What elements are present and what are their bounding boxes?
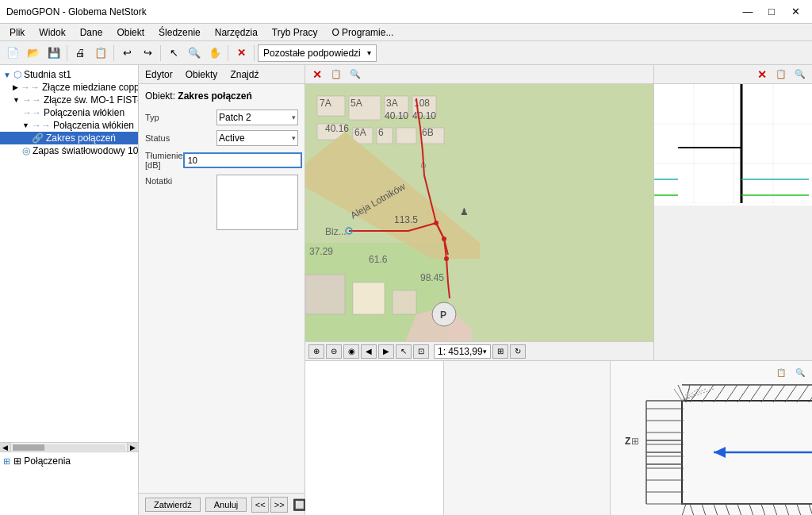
svg-rect-40 xyxy=(654,84,812,203)
toolbar-sep3 xyxy=(160,45,161,61)
rect-sel[interactable]: ⊡ xyxy=(413,344,429,359)
zlacze-mo1-expand: ▼ xyxy=(13,96,20,104)
map-restore-btn[interactable]: 📋 xyxy=(327,67,345,83)
zoom-in-btn[interactable]: ⊕ xyxy=(308,344,324,359)
menu-sledzenie[interactable]: Śledzenie xyxy=(152,25,207,40)
zlacze-copper-icon: →→ xyxy=(21,82,40,93)
toolbar-pan[interactable]: ✋ xyxy=(205,44,224,63)
nav-controls: << >> xyxy=(251,497,288,513)
connections-text[interactable]: ⊞ Połączenia xyxy=(13,455,71,467)
left-panel: ▼ ⬡ Studnia st1 ▶ →→ Złącze miedziane co… xyxy=(0,65,139,515)
cancel-button[interactable]: Anuluj xyxy=(205,498,247,512)
toolbar-sep1 xyxy=(67,45,67,61)
right-close-btn[interactable]: ✕ xyxy=(753,67,771,83)
menu-widok[interactable]: Widok xyxy=(33,25,71,40)
toolbar-redo[interactable]: ↪ xyxy=(138,44,157,63)
tree-label-polaczenia2: Połączenia włókien xyxy=(53,120,134,131)
svg-rect-14 xyxy=(353,282,385,314)
tree-label-polaczenia1: Połączenia włókien xyxy=(44,107,124,118)
zakres-icon: 🔗 xyxy=(32,133,44,144)
tree-polaczenia2[interactable]: ▼ →→ Połączenia włókien xyxy=(0,119,138,132)
zoom-out-btn[interactable]: ⊖ xyxy=(326,344,342,359)
next-button[interactable]: >> xyxy=(270,497,288,513)
pan-right[interactable]: ▶ xyxy=(378,344,394,359)
lower-zoom2[interactable]: 🔍 xyxy=(791,364,809,380)
svg-text:6A: 6A xyxy=(354,127,366,138)
toolbar-open[interactable]: 📂 xyxy=(24,44,43,63)
map-close-btn[interactable]: ✕ xyxy=(308,67,326,83)
map-zoom-btn[interactable]: 🔍 xyxy=(347,67,364,83)
menu-narzedzia[interactable]: Narzędzia xyxy=(209,25,264,40)
scale-display[interactable]: 1: 4513,99 ▾ xyxy=(434,344,491,359)
toolbar-zoom-in[interactable]: 🔍 xyxy=(185,44,204,63)
menu-dane[interactable]: Dane xyxy=(74,25,109,40)
map-area: ✕ 📋 🔍 xyxy=(305,65,653,360)
main-layout: ▼ ⬡ Studnia st1 ▶ →→ Złącze miedziane co… xyxy=(0,65,812,515)
menu-plik[interactable]: Plik xyxy=(3,25,31,40)
map-right-inner: ✕ 📋 🔍 xyxy=(305,65,812,360)
svg-text:♟: ♟ xyxy=(460,206,469,217)
svg-text:40.10: 40.10 xyxy=(385,110,408,121)
svg-text:37.29: 37.29 xyxy=(309,246,333,257)
tree-studnia[interactable]: ▼ ⬡ Studnia st1 xyxy=(0,68,138,81)
minimize-button[interactable]: — xyxy=(737,4,758,20)
tree-zakres[interactable]: 🔗 Zakres połączeń xyxy=(0,132,138,144)
expand-btn[interactable]: ⊞ xyxy=(492,344,508,359)
svg-text:113.5: 113.5 xyxy=(394,214,418,225)
tlumienie-input[interactable] xyxy=(183,152,302,168)
toolbar-cursor[interactable]: ↖ xyxy=(164,44,183,63)
svg-text:98.45: 98.45 xyxy=(420,272,444,283)
pan-left[interactable]: ◀ xyxy=(361,344,377,359)
editor-info-icon[interactable]: 🔲 xyxy=(293,498,306,511)
status-select[interactable]: Active ▾ xyxy=(216,130,298,146)
maximize-button[interactable]: □ xyxy=(761,4,782,20)
toolbar-copy[interactable]: 📋 xyxy=(91,44,110,63)
tree-zlacze-mo1[interactable]: ▼ →→ Złącze św. MO-1 FIST-GC02-BC1 xyxy=(0,94,138,106)
find-tab[interactable]: Znajdź xyxy=(227,67,262,82)
map-toolbar: ✕ 📋 🔍 xyxy=(305,65,653,84)
right-restore-btn[interactable]: 📋 xyxy=(772,67,790,83)
form-row-status: Status Active ▾ xyxy=(145,130,298,146)
toolbar-print[interactable]: 🖨 xyxy=(71,44,90,63)
toolbar-new[interactable]: 📄 xyxy=(3,44,22,63)
menu-o-programie[interactable]: O Programie... xyxy=(325,25,400,40)
lower-panels: 📋 🔍 Pn ⊞ Z ⊞ W ⊞ xyxy=(305,360,812,515)
connections-label-row: ⊞ ⊞ Połączenia xyxy=(3,455,135,467)
prev-button[interactable]: << xyxy=(251,497,269,513)
tree-label-copper: Złącze miedziane copper start xyxy=(42,82,138,93)
toolbar-save[interactable]: 💾 xyxy=(44,44,63,63)
polaczenia1-icon: →→ xyxy=(22,107,41,118)
dropdown-podpowiedzi[interactable]: Pozostałe podpowiedzi ▾ xyxy=(258,44,377,62)
toolbar: 📄 📂 💾 🖨 📋 ↩ ↪ ↖ 🔍 ✋ ✕ Pozostałe podpowie… xyxy=(0,41,812,65)
tree-zlacze-copper[interactable]: ▶ →→ Złącze miedziane copper start xyxy=(0,81,138,94)
editor-tab[interactable]: Edytor xyxy=(142,67,176,82)
tree-zapas[interactable]: ◎ Zapas światłowodowy 10 m xyxy=(0,144,138,157)
toolbar-close-x[interactable]: ✕ xyxy=(232,44,251,63)
toolbar-undo[interactable]: ↩ xyxy=(117,44,136,63)
svg-text:Z: Z xyxy=(625,436,630,447)
svg-text:5A: 5A xyxy=(350,98,362,109)
tree-polaczenia1[interactable]: →→ Połączenia włókien xyxy=(0,106,138,119)
window-title: DemoGPON - Globema NetStork xyxy=(6,6,147,17)
typ-select[interactable]: Patch 2 ▾ xyxy=(216,110,298,125)
connections-area: ⊞ ⊞ Połączenia xyxy=(0,452,138,515)
svg-text:7A: 7A xyxy=(320,98,331,109)
titlebar: DemoGPON - Globema NetStork — □ ✕ xyxy=(0,0,812,24)
right-zoom-btn[interactable]: 🔍 xyxy=(791,67,809,83)
menu-obiekt[interactable]: Obiekt xyxy=(110,25,151,40)
scroll-right[interactable]: ▶ xyxy=(127,443,138,452)
toolbar-sep5 xyxy=(254,45,255,61)
menu-tryb[interactable]: Tryb Pracy xyxy=(266,25,324,40)
notes-textarea[interactable] xyxy=(216,175,298,230)
close-button[interactable]: ✕ xyxy=(785,4,806,20)
confirm-button[interactable]: Zatwierdź xyxy=(145,498,201,512)
tree-scrollbar[interactable]: ◀ ▶ xyxy=(0,442,138,452)
rotate-btn[interactable]: ↻ xyxy=(510,344,526,359)
lower-zoom1[interactable]: 📋 xyxy=(772,364,790,380)
scroll-left[interactable]: ◀ xyxy=(0,443,11,452)
objects-tab[interactable]: Obiekty xyxy=(182,67,221,82)
tree-label-studnia: Studnia st1 xyxy=(24,69,71,80)
select-btn[interactable]: ↖ xyxy=(396,344,412,359)
scale-value: 1: 4513,99 xyxy=(438,346,483,357)
fit-btn[interactable]: ◉ xyxy=(343,344,359,359)
